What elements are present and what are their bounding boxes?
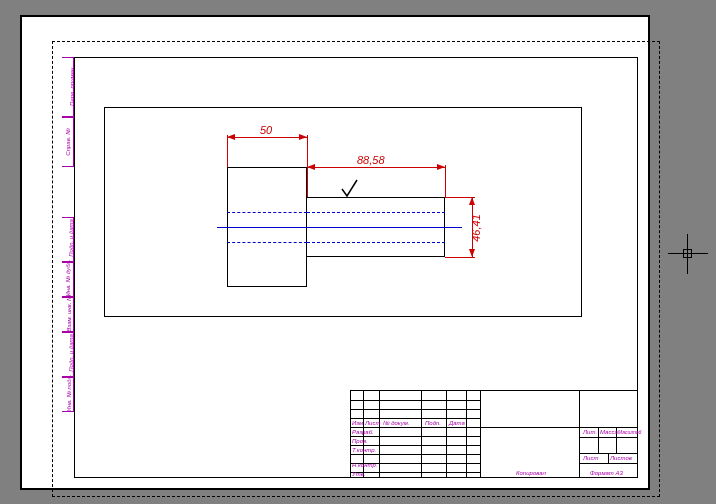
tb-tkontr: Т.контр. [352, 447, 376, 453]
side-label-3: Подп. и дата [68, 219, 74, 257]
tb-nkontr: Н.контр. [352, 462, 377, 468]
centerline [217, 227, 462, 228]
crosshair-cursor [668, 234, 708, 274]
arrow-icon [437, 164, 445, 170]
dim-value-88: 88,58 [357, 154, 385, 166]
tb-lit: Лит. [583, 429, 597, 435]
title-block-left: Изм Лист № докум. Подп. Дата Разраб. Про… [351, 391, 481, 477]
tb-massa: Масса [600, 429, 618, 435]
side-label-6: Подп. и дата [68, 334, 74, 372]
tb-prov: Пров. [352, 438, 368, 444]
tb-masshtab: Масштаб [618, 429, 641, 435]
tb-listov: Листов [610, 455, 632, 461]
arrow-icon [469, 197, 475, 205]
dim-line-50 [227, 137, 307, 138]
hidden-line [227, 212, 307, 213]
side-label-4: Инв. № дубл. [65, 260, 71, 297]
hidden-line [227, 242, 307, 243]
side-label-1: Перв. примен. [69, 66, 75, 106]
dim-line-88 [307, 167, 445, 168]
title-block-right: Лит. Масса Масштаб Лист Листов Формат А3 [579, 391, 637, 477]
tb-utv: Утв. [352, 471, 366, 477]
tb-format: Формат А3 [590, 470, 623, 476]
title-block: Изм Лист № докум. Подп. Дата Разраб. Про… [350, 390, 638, 478]
tb-list2: Лист [583, 455, 598, 461]
hidden-line [307, 242, 445, 243]
dim-ext [445, 257, 475, 258]
surface-finish-icon [340, 179, 360, 197]
title-block-middle: Копировал [481, 391, 581, 477]
side-label-5: Взам. инв. № [66, 294, 72, 331]
tb-podp: Подп. [425, 420, 441, 426]
tb-ndokum: № докум. [383, 420, 409, 426]
tb-razrab: Разраб. [352, 429, 374, 435]
dim-value-46: 46,41 [470, 214, 482, 242]
arrow-icon [469, 249, 475, 257]
dim-value-50: 50 [260, 124, 272, 136]
side-label-2: Справ. № [65, 128, 71, 155]
tb-data: Дата [449, 420, 465, 426]
side-label-7: Инв. № подл. [66, 374, 72, 411]
dim-ext [307, 135, 308, 167]
tb-kopiroval: Копировал [516, 470, 546, 476]
hidden-line [307, 212, 445, 213]
arrow-icon [307, 164, 315, 170]
arrow-icon [299, 134, 307, 140]
paper-sheet: Перв. примен. Справ. № Подп. и дата Инв.… [20, 15, 650, 490]
dim-ext [445, 165, 446, 197]
tb-list: Лист [365, 420, 380, 426]
arrow-icon [227, 134, 235, 140]
tb-izm: Изм [352, 420, 363, 426]
